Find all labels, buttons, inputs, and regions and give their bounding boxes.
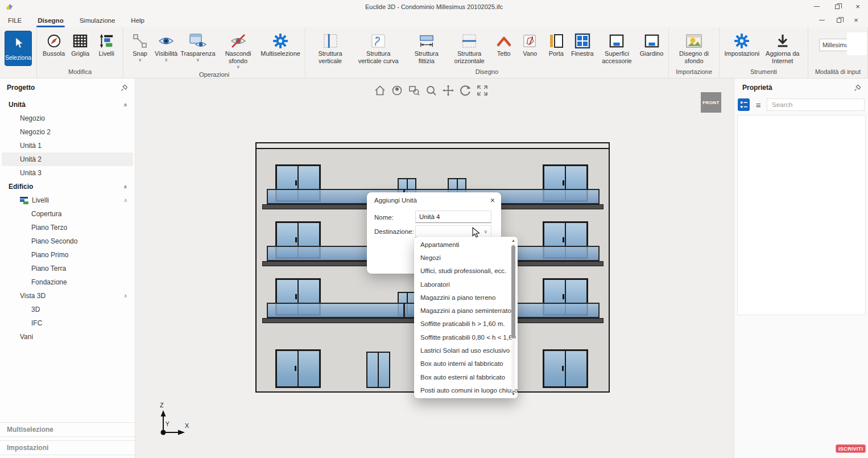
porta-button[interactable]: Porta [543,31,569,59]
view-cube[interactable]: FRONT [701,92,721,113]
pan-icon[interactable] [442,84,454,97]
dropdown-scrollbar[interactable]: ▲ ▼ [510,238,516,397]
dropdown-option[interactable]: Magazzini a piano terreno [414,291,510,304]
disegno-di-sfondo-button[interactable]: Disegno di sfondo [672,31,716,65]
dropdown-option[interactable]: Negozi [414,251,510,264]
roof-icon [495,32,512,50]
dropdown-option[interactable]: Uffici, studi professionali, ecc. [414,265,510,278]
tree-item[interactable]: Piano Terra [2,262,133,275]
list-view-toggle-button[interactable]: ≡ [753,98,763,111]
rotate-view-icon[interactable] [459,84,472,97]
multiselezione-panel-header[interactable]: Multiselezione [0,422,135,437]
tree-item[interactable]: Unità 2 [2,152,133,166]
trasparenza-button[interactable]: Trasparenza ∨ [179,31,217,64]
dialog-close-icon[interactable]: × [490,196,495,205]
dropdown-option[interactable]: Laboratori [414,278,510,291]
dropdown-option[interactable]: Lastrici Solari ad uso esclusivo [414,344,510,357]
zoom-fit-icon[interactable] [476,84,489,97]
roof-edge [257,143,609,149]
scrollbar-thumb[interactable] [511,245,515,339]
tree-item-label: Unità 3 [20,169,127,177]
struttura-fittizia-button[interactable]: Struttura fittizia [405,31,448,65]
livelli-button[interactable]: Livelli [93,31,119,59]
doc-restore-button[interactable] [830,13,848,27]
menu-disegno[interactable]: Disegno [30,13,71,27]
superfici-accessorie-button[interactable]: Superfici accessorie [596,31,638,65]
project-panel-header: Progetto [0,79,135,95]
tree-item[interactable]: Negozio 2 [2,125,133,139]
small-window[interactable] [366,352,390,388]
seleziona-button[interactable]: Seleziona [5,31,32,66]
dropdown-option[interactable]: Soffitte praticabili 0,80 < h < 1,60 m. [414,331,510,344]
aggiorna-da-internet-button[interactable]: Aggiorna da Internet [761,31,804,65]
dropdown-option[interactable]: Box auto interni al fabbricato [414,357,510,370]
tree-item[interactable]: Edificio ∧ [2,180,133,193]
dropdown-option[interactable]: Soffitte praticabili h > 1,60 m. [414,317,510,331]
dropdown-option[interactable]: Appartamenti [414,238,510,251]
glass-door[interactable] [543,349,588,388]
scroll-up-icon[interactable]: ▲ [510,238,516,244]
dropdown-option[interactable]: Posti auto comuni in luogo chiuso [414,383,510,397]
doc-close-button[interactable]: × [848,13,865,27]
tree-item[interactable]: Vista 3D ∧ [2,289,133,303]
tree-view-toggle-button[interactable] [738,98,750,111]
list-icon: ≡ [756,100,761,110]
giardino-button[interactable]: Giardino [638,31,665,59]
chevron-up-icon[interactable]: ∧ [123,184,127,189]
tree-item-icon [20,197,28,204]
tree-item[interactable]: Negozio [2,112,133,125]
tree-item[interactable]: IFC [2,316,133,330]
struttura-verticale-curva-button[interactable]: Struttura verticale curva [352,31,405,65]
griglia-button[interactable]: Griglia [67,31,93,59]
properties-search-input[interactable] [767,98,865,111]
tree-item[interactable]: 3D [2,303,133,316]
zoom-window-icon[interactable] [408,84,420,97]
pin-icon[interactable] [121,84,128,92]
zoom-icon[interactable] [425,84,437,97]
menu-file[interactable]: FILE [0,13,30,27]
tree-item[interactable]: Unità ∧ [2,98,133,112]
chevron-up-icon[interactable]: ∧ [123,293,127,299]
tree-item[interactable]: Piano Terzo [2,221,133,234]
group-label-importazione: Importazione [670,68,718,78]
pin-icon[interactable] [854,84,861,92]
orbit-view-icon[interactable] [391,84,403,97]
grid-icon [73,32,88,50]
menu-help[interactable]: Help [123,13,152,27]
doc-minimize-button[interactable] [813,13,830,27]
bussola-button[interactable]: Bussola [40,31,67,59]
scroll-down-icon[interactable]: ▼ [510,391,516,397]
tree-item[interactable]: Piano Secondo [2,234,133,248]
vano-button[interactable]: Vano [517,31,543,59]
visibilita-button[interactable]: Visibilità ∨ [153,31,179,64]
tree-item[interactable]: Unità 1 [2,139,133,152]
chevron-up-icon[interactable]: ∧ [123,197,127,203]
close-button[interactable]: × [848,0,868,13]
chevron-up-icon[interactable]: ∧ [123,102,127,108]
impostazioni-panel-header[interactable]: Impostazioni [0,440,135,455]
glass-door[interactable] [275,349,321,388]
tree-item[interactable]: Fondazione [2,275,133,289]
subscribe-badge[interactable]: ISCRIVITI [836,444,866,453]
tree-item[interactable]: Unità 3 [2,166,133,180]
restore-button[interactable] [827,0,848,13]
tree-item-label: Negozio 2 [20,128,127,136]
tree-item[interactable]: Vani [2,330,133,344]
finestra-button[interactable]: Finestra [569,31,596,59]
tree-item[interactable]: Livelli ∧ [2,193,133,207]
dropdown-option[interactable]: Box auto esterni al fabbricato [414,370,510,383]
nascondi-sfondo-button[interactable]: Nascondi sfondo ∨ [217,31,260,71]
multiselezione-button[interactable]: Multiselezione [259,31,301,59]
nome-input[interactable] [415,211,491,223]
struttura-verticale-button[interactable]: Struttura verticale [309,31,352,65]
tree-item[interactable]: Copertura [2,207,133,221]
home-view-icon[interactable] [374,84,386,97]
tetto-button[interactable]: Tetto [491,31,517,59]
struttura-orizzontale-button[interactable]: Struttura orizzontale [448,31,490,65]
impostazioni-button[interactable]: Impostazioni [723,31,761,59]
menu-simulazione[interactable]: Simulazione [72,13,123,27]
snap-button[interactable]: Snap ∨ [127,31,153,64]
minimize-button[interactable] [807,0,827,13]
dropdown-option[interactable]: Magazzini a piano seminterrato [414,304,510,317]
tree-item[interactable]: Piano Primo [2,248,133,262]
